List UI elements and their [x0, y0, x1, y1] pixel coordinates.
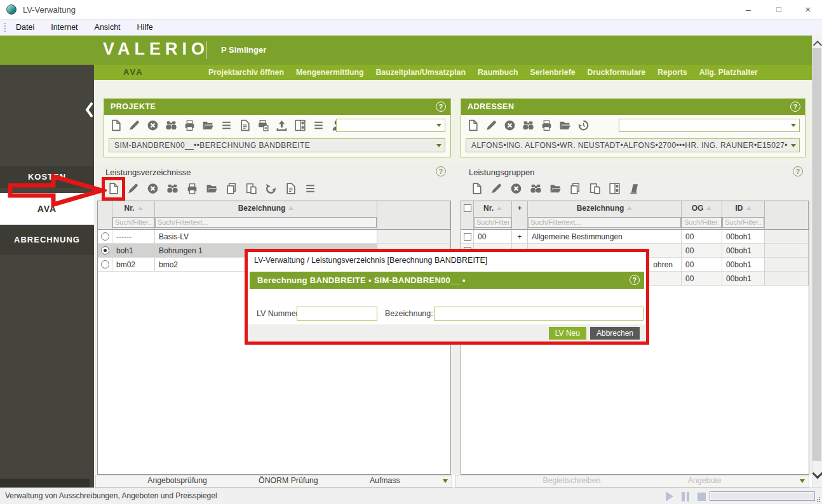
chevron-down-icon[interactable]	[791, 144, 796, 147]
play-icon[interactable]	[666, 491, 673, 501]
page-icon[interactable]	[466, 119, 480, 132]
sidebar-item-abrechnung[interactable]: ABRECHNUNG	[0, 225, 94, 255]
lg-table-row[interactable]: 00+Allgemeine Bestimmungen0000boh1	[461, 230, 809, 244]
cols-icon[interactable]	[293, 119, 307, 132]
stop-icon[interactable]	[697, 493, 706, 501]
open-icon[interactable]	[549, 182, 562, 195]
tab-önorm-prüfung[interactable]: ÖNORM Prüfung	[259, 476, 318, 486]
nav-item-allg-platzhalter[interactable]: Allg. Platzhalter	[699, 68, 758, 77]
search-icon[interactable]	[165, 119, 178, 132]
menu-item-datei[interactable]: Datei	[8, 19, 43, 36]
refresh-icon[interactable]	[264, 182, 278, 195]
lv-header-nr[interactable]: Nr.	[112, 201, 155, 215]
lg-filter-og-input[interactable]	[682, 217, 722, 228]
doc-icon[interactable]	[238, 119, 252, 132]
lg-header-og[interactable]: OG	[682, 201, 722, 215]
nav-item-bauzeitplan-umsatzplan[interactable]: Bauzeitplan/Umsatzplan	[375, 68, 465, 77]
radio-unchecked[interactable]	[101, 260, 109, 269]
resize-grip[interactable]	[817, 499, 818, 500]
sidebar-collapse-icon[interactable]	[85, 102, 94, 120]
open-icon[interactable]	[205, 182, 219, 195]
nav-item-ava-active[interactable]: AVA	[123, 65, 144, 80]
row-checkbox[interactable]	[464, 233, 471, 241]
adressen-address-selector[interactable]: ALFONS•ING. ALFONS•WR. NEUSTADT•ALFONS•2…	[466, 138, 800, 152]
book-icon[interactable]	[628, 182, 641, 195]
delete-icon[interactable]	[509, 182, 523, 195]
pencil-icon[interactable]	[485, 119, 498, 132]
lg-filter-id-input[interactable]	[722, 217, 764, 228]
tab-begleitschreiben[interactable]: Begleitschreiben	[542, 476, 600, 486]
select-all-checkbox[interactable]	[464, 204, 471, 212]
nav-item-druckformulare[interactable]: Druckformulare	[588, 68, 646, 77]
lv-table-row[interactable]: ------Basis-LV	[98, 230, 450, 244]
delete-icon[interactable]	[146, 119, 159, 132]
lg-header-id[interactable]: ID	[722, 201, 765, 215]
lg-header-nr[interactable]: Nr.	[474, 201, 512, 215]
resize-grip[interactable]	[819, 501, 820, 502]
bezeichnung-input[interactable]	[434, 307, 643, 321]
history-icon[interactable]	[577, 119, 590, 132]
chevron-down-icon[interactable]	[436, 144, 441, 147]
open-icon[interactable]	[201, 119, 215, 132]
lv-filter-bez-input[interactable]	[155, 217, 377, 228]
chevron-down-icon[interactable]	[436, 124, 441, 127]
menubar-drag-handle[interactable]	[4, 23, 6, 32]
lv-filter-nr-input[interactable]	[112, 217, 154, 228]
help-icon[interactable]: ?	[436, 166, 446, 176]
lv-header-bezeichnung[interactable]: Bezeichnung	[155, 201, 377, 215]
copy-icon[interactable]	[225, 182, 238, 195]
scrollbar-thumb[interactable]	[812, 48, 821, 461]
nav-item-projektarchiv-öffnen[interactable]: Projektarchiv öffnen	[208, 68, 284, 77]
minimize-button[interactable]: –	[734, 0, 762, 19]
help-icon[interactable]: ?	[793, 166, 803, 176]
upload-icon[interactable]	[275, 119, 288, 132]
copy-icon[interactable]	[569, 182, 582, 195]
nav-item-serienbriefe[interactable]: Serienbriefe	[530, 68, 575, 77]
lg-header-bezeichnung[interactable]: Bezeichnung	[528, 201, 682, 215]
search-icon[interactable]	[529, 182, 542, 195]
nav-item-reports[interactable]: Reports	[657, 68, 687, 77]
paste-icon[interactable]	[245, 182, 258, 195]
tab-angebote[interactable]: Angebote	[688, 476, 722, 486]
lg-filter-nr-input[interactable]	[474, 217, 511, 228]
nav-item-mengenermittlung[interactable]: Mengenermittlung	[296, 68, 364, 77]
page-icon[interactable]	[109, 119, 123, 132]
nav-item-raumbuch[interactable]: Raumbuch	[478, 68, 518, 77]
projekte-filter-combobox[interactable]	[336, 119, 445, 132]
search-icon[interactable]	[522, 119, 535, 132]
lv-nummer-input[interactable]	[297, 307, 377, 321]
print-icon[interactable]	[185, 182, 199, 195]
pencil-icon[interactable]	[128, 119, 141, 132]
lg-row-expand[interactable]: +	[512, 230, 528, 244]
radio-unchecked[interactable]	[101, 232, 109, 241]
delete-icon[interactable]	[503, 119, 516, 132]
tab-aufmass[interactable]: Aufmass	[370, 476, 400, 486]
pause-icon[interactable]	[682, 492, 689, 501]
help-icon[interactable]: ?	[790, 102, 800, 112]
menu-item-internet[interactable]: Internet	[43, 19, 86, 36]
lv-neu-button[interactable]: LV Neu	[549, 327, 586, 340]
print-icon[interactable]	[183, 119, 196, 132]
resize-grip[interactable]	[817, 501, 818, 502]
pencil-icon[interactable]	[126, 182, 140, 195]
chevron-down-icon[interactable]	[791, 124, 796, 127]
search-icon[interactable]	[166, 182, 179, 195]
abbrechen-button[interactable]: Abbrechen	[590, 327, 640, 340]
tab-angebotsprüfung[interactable]: Angebotsprüfung	[147, 476, 207, 486]
resize-grip[interactable]	[819, 499, 820, 500]
chevron-down-icon[interactable]	[443, 479, 448, 483]
projekte-project-selector[interactable]: SIM-BANDBREN00__••BERECHNUNG BANDBREITE	[109, 138, 445, 152]
close-button[interactable]: ×	[794, 0, 822, 19]
list-icon[interactable]	[312, 119, 325, 132]
menu-item-hilfe[interactable]: Hilfe	[129, 19, 161, 36]
adressen-filter-combobox[interactable]	[619, 119, 800, 132]
list-icon[interactable]	[304, 182, 317, 195]
chevron-down-icon[interactable]	[800, 479, 805, 483]
lg-filter-bez-input[interactable]	[528, 217, 681, 228]
printdoc-icon[interactable]	[257, 119, 270, 132]
page-icon[interactable]	[470, 182, 483, 195]
paste-icon[interactable]	[588, 182, 602, 195]
pencil-icon[interactable]	[490, 182, 503, 195]
resize-grip[interactable]	[819, 497, 820, 498]
lg-header-plus[interactable]: +	[512, 201, 528, 215]
